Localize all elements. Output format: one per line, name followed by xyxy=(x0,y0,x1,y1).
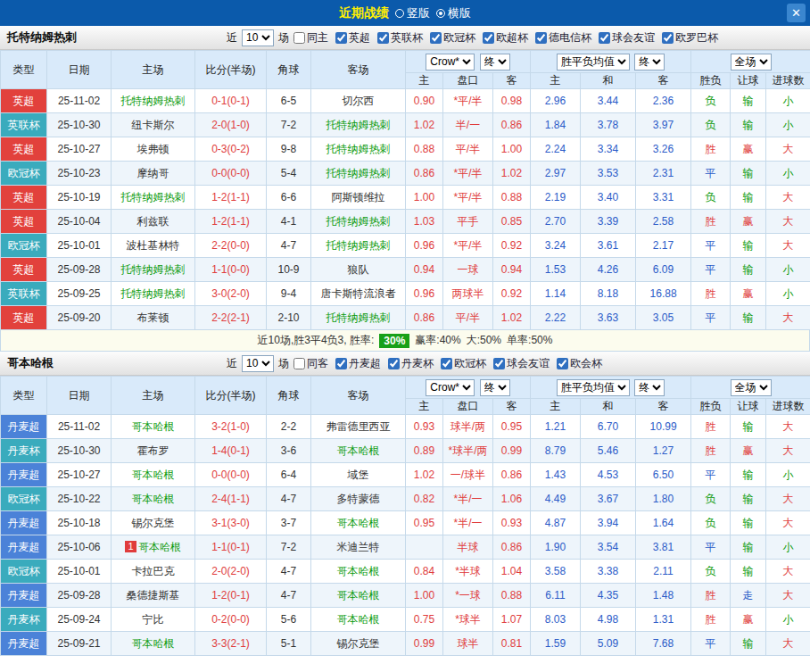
avg-away-odds: 2.36 xyxy=(636,89,691,113)
odds-final-select[interactable]: 终 xyxy=(480,54,510,71)
avg-home-odds: 8.79 xyxy=(531,439,581,463)
filter-checkbox[interactable] xyxy=(557,358,568,369)
handicap-home-odds: 1.03 xyxy=(406,210,443,234)
avg-draw-odds: 6.70 xyxy=(581,415,636,439)
handicap-line: *平/半 xyxy=(443,162,493,186)
filter-同客[interactable]: 同客 xyxy=(293,356,328,371)
filter-checkbox[interactable] xyxy=(483,32,494,44)
avg-final-select[interactable]: 终 xyxy=(634,379,665,396)
avg-select[interactable]: 胜平负均值 xyxy=(557,54,630,71)
away-team: 托特纳姆热刺 xyxy=(311,210,406,234)
filter-丹麦杯[interactable]: 丹麦杯 xyxy=(388,356,434,371)
scope-select[interactable]: 全场 xyxy=(731,54,772,71)
filter-同主[interactable]: 同主 xyxy=(293,30,328,46)
league-badge: 欧冠杯 xyxy=(1,487,47,511)
handicap-home-odds: 0.96 xyxy=(406,282,443,306)
away-team: 托特纳姆热刺 xyxy=(311,306,406,330)
recent-count-select[interactable]: 10 xyxy=(242,355,274,372)
filter-checkbox[interactable] xyxy=(293,32,305,44)
filter-checkbox[interactable] xyxy=(430,32,442,44)
avg-draw-odds: 3.34 xyxy=(581,137,636,162)
match-date: 25-10-04 xyxy=(47,210,112,234)
filter-欧超杯[interactable]: 欧超杯 xyxy=(483,30,528,46)
summary-bar: 近10场,胜3平4负3, 胜率: 30% 赢率:40% 大:50% 单率:50% xyxy=(0,330,810,352)
sub-away: 客 xyxy=(493,73,531,89)
league-filters: 同客丹麦超丹麦杯欧冠杯球会友谊欧会杯 xyxy=(293,356,602,371)
match-row: 欧冠杯25-10-01波杜基林特2-2(0-0)4-7托特纳姆热刺0.96*平/… xyxy=(1,234,810,258)
sub-goals: 进球数 xyxy=(766,73,810,89)
handicap-win-rate: 赢率:40% xyxy=(415,333,460,348)
result-handicap: 输 xyxy=(731,415,766,439)
win-rate-badge: 30% xyxy=(379,334,409,348)
filter-欧冠杯[interactable]: 欧冠杯 xyxy=(441,356,486,371)
scope-select[interactable]: 全场 xyxy=(731,379,772,396)
corner-count: 4-7 xyxy=(267,234,311,258)
handicap-home-odds: 0.96 xyxy=(406,234,443,258)
section-header-bar: 托特纳姆热刺 近 10 场 同主英超英联杯欧冠杯欧超杯德电信杯球会友谊欧罗巴杯 xyxy=(0,26,810,50)
odds-final-select[interactable]: 终 xyxy=(480,379,510,396)
league-badge: 英超 xyxy=(1,306,47,330)
handicap-line: 半球 xyxy=(443,535,493,560)
league-badge: 丹麦超 xyxy=(1,463,47,487)
home-team: 哥本哈根 xyxy=(112,487,195,511)
handicap-line: 球半 xyxy=(443,632,493,656)
sub-goals: 进球数 xyxy=(766,399,810,415)
match-score: 2-2(0-0) xyxy=(195,234,267,258)
filter-球会友谊[interactable]: 球会友谊 xyxy=(599,30,655,46)
league-badge: 英超 xyxy=(1,186,47,210)
filter-德电信杯[interactable]: 德电信杯 xyxy=(535,30,591,46)
filter-欧罗巴杯[interactable]: 欧罗巴杯 xyxy=(662,30,718,46)
filter-checkbox[interactable] xyxy=(388,358,400,369)
result-goals: 小 xyxy=(766,608,810,632)
filter-checkbox[interactable] xyxy=(535,32,547,44)
handicap-away-odds: 0.85 xyxy=(493,210,531,234)
filter-checkbox[interactable] xyxy=(293,358,305,369)
filter-球会友谊[interactable]: 球会友谊 xyxy=(493,356,550,371)
league-badge: 丹麦超 xyxy=(1,415,47,439)
layout-option-vertical[interactable]: 竖版 xyxy=(395,5,430,21)
handicap-away-odds: 0.92 xyxy=(493,234,531,258)
handicap-line: 球半/两 xyxy=(443,415,493,439)
avg-home-odds: 3.24 xyxy=(531,234,581,258)
handicap-home-odds xyxy=(406,535,443,560)
filter-checkbox[interactable] xyxy=(441,358,452,369)
result-handicap: 输 xyxy=(731,632,766,656)
avg-final-select[interactable]: 终 xyxy=(634,54,665,71)
home-team: 锡尔克堡 xyxy=(112,511,195,535)
away-team: 切尔西 xyxy=(311,89,406,113)
filter-checkbox[interactable] xyxy=(335,32,347,44)
corner-count: 3-7 xyxy=(267,511,311,535)
filter-英联杯[interactable]: 英联杯 xyxy=(377,30,423,46)
filter-checkbox[interactable] xyxy=(335,358,347,369)
bookmaker-select[interactable]: Crow* xyxy=(426,54,475,71)
match-row: 欧冠杯25-10-22哥本哈根2-4(1-1)4-7多特蒙德0.82*半/一1.… xyxy=(1,487,810,511)
sub-home: 主 xyxy=(406,73,443,89)
filter-checkbox[interactable] xyxy=(377,32,389,44)
corner-count: 5-4 xyxy=(267,162,311,186)
team-section-copenhagen: 哥本哈根 近 10 场 同客丹麦超丹麦杯欧冠杯球会友谊欧会杯 类型 日期 主场 … xyxy=(0,352,810,656)
avg-away-odds: 3.31 xyxy=(636,186,691,210)
filter-欧冠杯[interactable]: 欧冠杯 xyxy=(430,30,475,46)
close-icon[interactable]: ✕ xyxy=(787,4,806,22)
match-row: 丹麦超25-09-28桑德捷斯基1-2(0-1)4-7哥本哈根1.00*一球0.… xyxy=(1,584,810,608)
filter-丹麦超[interactable]: 丹麦超 xyxy=(335,356,381,371)
col-home: 主场 xyxy=(112,51,195,89)
avg-home-odds: 6.11 xyxy=(531,584,581,608)
filter-英超[interactable]: 英超 xyxy=(335,30,370,46)
filter-checkbox[interactable] xyxy=(662,32,674,44)
result-outcome: 胜 xyxy=(691,584,731,608)
league-badge: 欧冠杯 xyxy=(1,162,47,186)
filter-欧会杯[interactable]: 欧会杯 xyxy=(557,356,602,371)
avg-select[interactable]: 胜平负均值 xyxy=(557,379,630,396)
away-team: 哥本哈根 xyxy=(311,511,406,535)
filter-checkbox[interactable] xyxy=(599,32,610,44)
league-badge: 丹麦超 xyxy=(1,511,47,535)
handicap-line: *半/一 xyxy=(443,511,493,535)
avg-draw-odds: 4.98 xyxy=(581,608,636,632)
result-outcome: 平 xyxy=(691,306,731,330)
layout-option-horizontal[interactable]: 横版 xyxy=(436,5,471,21)
bookmaker-select[interactable]: Crow* xyxy=(426,379,475,396)
recent-count-select[interactable]: 10 xyxy=(242,29,274,46)
filter-checkbox[interactable] xyxy=(493,358,505,369)
avg-home-odds: 2.97 xyxy=(531,162,581,186)
